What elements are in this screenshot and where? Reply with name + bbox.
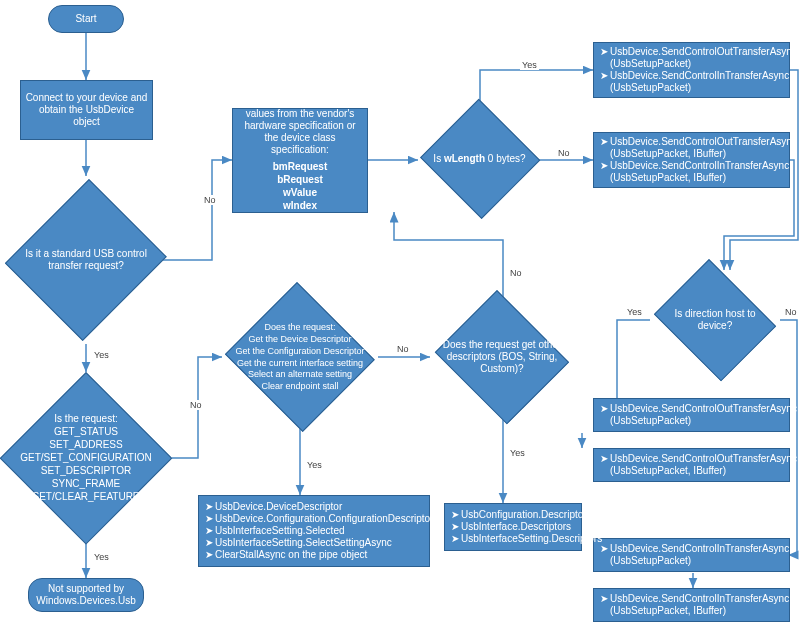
bullet-arrow-icon: ➤ xyxy=(205,525,213,537)
is-request-2: GET/SET_CONFIGURATION xyxy=(20,452,152,464)
wlength-no-box: ➤UsbDevice.SendControlOutTransferAsync (… xyxy=(593,132,790,188)
bullet-arrow-icon: ➤ xyxy=(205,537,213,549)
does-yes-0: UsbDevice.DeviceDescriptor xyxy=(215,501,342,513)
not-supported-text: Not supported by Windows.Devices.Usb xyxy=(33,583,139,607)
is-request-3: SET_DESCRIPTOR xyxy=(41,465,131,477)
edge-no-direction: No xyxy=(783,307,799,317)
bullet-arrow-icon: ➤ xyxy=(600,453,608,465)
is-request-intro: Is the request: xyxy=(54,413,117,425)
edge-yes-isrequest: Yes xyxy=(92,552,111,562)
does-request-3: Select an alternate setting xyxy=(248,369,352,380)
wlen-yes-0: UsbDevice.SendControlOutTransferAsync (U… xyxy=(610,46,797,70)
setup-pack-intro: Get the USB setup pack values from the v… xyxy=(237,96,363,156)
bullet-arrow-icon: ➤ xyxy=(451,509,459,521)
does-other-text: Does the request get other descriptors (… xyxy=(430,339,574,375)
setup-field-4: wLength xyxy=(279,213,320,225)
edge-yes-doesrequest: Yes xyxy=(305,460,324,470)
bullet-arrow-icon: ➤ xyxy=(205,549,213,561)
is-wlength-text: Is wLength 0 bytes? xyxy=(418,153,541,165)
connect-process: Connect to your device and obtain the Us… xyxy=(20,80,153,140)
does-other-yes-box: ➤UsbConfiguration.Descriptors ➤UsbInterf… xyxy=(444,503,582,551)
dir-no-a: UsbDevice.SendControlInTransferAsync (Us… xyxy=(610,543,789,567)
other-yes-1: UsbInterface.Descriptors xyxy=(461,521,571,533)
other-yes-0: UsbConfiguration.Descriptors xyxy=(461,509,592,521)
bullet-arrow-icon: ➤ xyxy=(600,403,608,415)
bullet-arrow-icon: ➤ xyxy=(600,160,608,172)
bullet-arrow-icon: ➤ xyxy=(451,533,459,545)
does-other-decision: Does the request get other descriptors (… xyxy=(430,295,574,419)
does-request-yes-box: ➤UsbDevice.DeviceDescriptor ➤UsbDevice.C… xyxy=(198,495,430,567)
bullet-arrow-icon: ➤ xyxy=(600,46,608,58)
does-yes-2: UsbInterfaceSetting.Selected xyxy=(215,525,345,537)
start-terminator: Start xyxy=(48,5,124,33)
not-supported-terminator: Not supported by Windows.Devices.Usb xyxy=(28,578,144,612)
direction-yes-a-box: ➤UsbDevice.SendControlOutTransferAsync (… xyxy=(593,398,790,432)
does-request-1: Get the Configuration Descriptor xyxy=(235,346,364,357)
wlen-yes-1: UsbDevice.SendControlInTransferAsync (Us… xyxy=(610,70,789,94)
is-direction-decision: Is direction host to device? xyxy=(648,265,782,375)
bullet-arrow-icon: ➤ xyxy=(600,136,608,148)
dir-yes-b: UsbDevice.SendControlOutTransferAsync (U… xyxy=(610,453,797,477)
is-request-4: SYNC_FRAME xyxy=(52,478,120,490)
does-yes-4: ClearStallAsync on the pipe object xyxy=(215,549,367,561)
is-request-decision: Is the request: GET_STATUS SET_ADDRESS G… xyxy=(0,372,172,544)
setup-field-0: bmRequest xyxy=(273,161,327,173)
direction-no-a-box: ➤UsbDevice.SendControlInTransferAsync (U… xyxy=(593,538,790,572)
bullet-arrow-icon: ➤ xyxy=(600,70,608,82)
other-yes-2: UsbInterfaceSetting.Descriptors xyxy=(461,533,602,545)
edge-no-isrequest: No xyxy=(188,400,204,410)
setup-field-3: wIndex xyxy=(283,200,317,212)
dir-no-b: UsbDevice.SendControlInTransferAsync (Us… xyxy=(610,593,789,617)
direction-yes-b-box: ➤UsbDevice.SendControlOutTransferAsync (… xyxy=(593,448,790,482)
edge-no-doesother: No xyxy=(508,268,524,278)
does-request-2: Get the current interface setting xyxy=(237,358,363,369)
setup-field-1: bRequest xyxy=(277,174,323,186)
is-request-5: SET/CLEAR_FEATURE xyxy=(32,491,139,503)
edge-yes-direction: Yes xyxy=(625,307,644,317)
does-yes-1: UsbDevice.Configuration.ConfigurationDes… xyxy=(215,513,433,525)
is-standard-text: Is it a standard USB control transfer re… xyxy=(8,248,164,272)
bullet-arrow-icon: ➤ xyxy=(600,593,608,605)
does-request-decision: Does the request: Get the Device Descrip… xyxy=(222,285,378,429)
connect-text: Connect to your device and obtain the Us… xyxy=(25,92,148,128)
does-yes-3: UsbInterfaceSetting.SelectSettingAsync xyxy=(215,537,392,549)
bullet-arrow-icon: ➤ xyxy=(205,513,213,525)
setup-field-2: wValue xyxy=(283,187,317,199)
wlength-yes-box: ➤UsbDevice.SendControlOutTransferAsync (… xyxy=(593,42,790,98)
wlen-no-1: UsbDevice.SendControlInTransferAsync (Us… xyxy=(610,160,789,184)
is-request-0: GET_STATUS xyxy=(54,426,118,438)
is-direction-text: Is direction host to device? xyxy=(648,308,782,332)
edge-yes-wlength: Yes xyxy=(520,60,539,70)
is-standard-decision: Is it a standard USB control transfer re… xyxy=(8,176,164,344)
is-request-1: SET_ADDRESS xyxy=(49,439,122,451)
edge-no-wlength: No xyxy=(556,148,572,158)
edge-no-doesrequest: No xyxy=(395,344,411,354)
does-request-0: Get the Device Descriptor xyxy=(248,334,351,345)
edge-yes-doesother: Yes xyxy=(508,448,527,458)
dir-yes-a: UsbDevice.SendControlOutTransferAsync (U… xyxy=(610,403,797,427)
bullet-arrow-icon: ➤ xyxy=(205,501,213,513)
is-wlength-decision: Is wLength 0 bytes? xyxy=(418,100,541,218)
bullet-arrow-icon: ➤ xyxy=(451,521,459,533)
edge-no-isstandard: No xyxy=(202,195,218,205)
direction-no-b-box: ➤UsbDevice.SendControlInTransferAsync (U… xyxy=(593,588,790,622)
does-request-intro: Does the request: xyxy=(264,322,335,333)
does-request-4: Clear endpoint stall xyxy=(261,381,338,392)
wlen-no-0: UsbDevice.SendControlOutTransferAsync (U… xyxy=(610,136,797,160)
setup-pack-process: Get the USB setup pack values from the v… xyxy=(232,108,368,213)
edge-yes-isstandard: Yes xyxy=(92,350,111,360)
start-label: Start xyxy=(75,13,96,25)
